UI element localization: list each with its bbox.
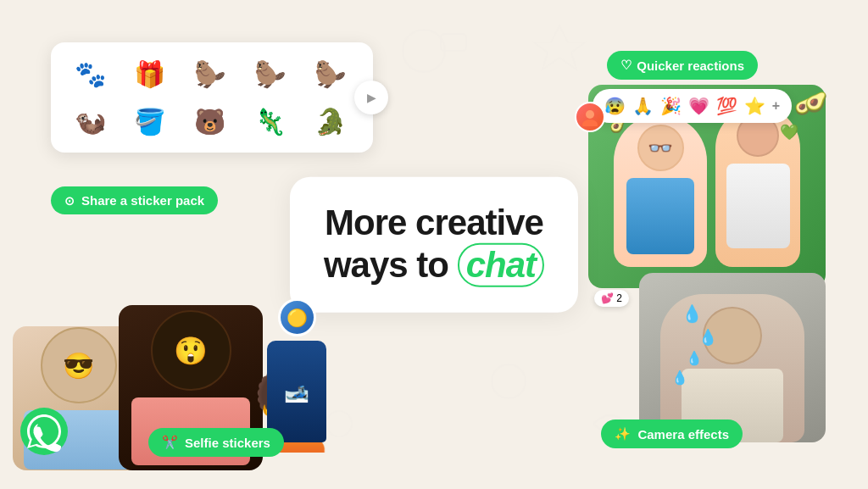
sticker-10: 🐊 (304, 100, 355, 142)
sticker-3: 🦫 (185, 53, 236, 95)
avatar-bubble (575, 102, 605, 132)
floating-avocado-2: 💚 (780, 123, 798, 142)
svg-point-2 (492, 364, 526, 398)
scene: 🐾 🎁 🦫 🦫 🦫 🦦 🪣 🐻 🦎 🐊 ▶ ⊙ Share a sticker … (0, 0, 868, 489)
whatsapp-logo (19, 406, 70, 457)
man-photo (639, 273, 826, 442)
share-sticker-text: Share a sticker pack (81, 193, 204, 208)
reaction-count-icon: 💕 (601, 292, 614, 304)
selfie-stickers-text: Selfie stickers (185, 436, 270, 450)
svg-rect-1 (441, 34, 466, 51)
share-icon: ⊙ (64, 194, 75, 208)
heading-line1: More creative (324, 202, 544, 242)
ski-figure: 🟡 🎿 (246, 273, 348, 442)
heading-line2: ways to chat (324, 243, 544, 287)
wand-icon: ✨ (615, 426, 631, 442)
share-sticker-label[interactable]: ⊙ Share a sticker pack (51, 186, 218, 214)
emoji-5[interactable]: 💯 (716, 96, 737, 116)
sticker-6: 🦦 (64, 100, 115, 142)
chat-highlight: chat (458, 243, 544, 287)
selfie-icon: ✂️ (162, 435, 178, 450)
tear-emoji-4: 💧 (671, 370, 688, 386)
sticker-4: 🦫 (244, 53, 295, 95)
reaction-count-badge: 💕 2 (594, 290, 629, 307)
emoji-3[interactable]: 🎉 (660, 96, 682, 116)
quicker-reactions-label[interactable]: ♡ Quicker reactions (607, 51, 758, 80)
sticker-1: 🐾 (64, 53, 115, 95)
camera-effects-label[interactable]: ✨ Camera effects (601, 420, 743, 448)
sticker-5: 🦫 (304, 53, 355, 95)
send-button[interactable]: ▶ (354, 81, 388, 114)
sticker-7: 🪣 (125, 100, 175, 142)
sticker-8: 🐻 (185, 100, 236, 142)
svg-point-5 (582, 119, 598, 126)
sticker-2: 🎁 (125, 53, 175, 95)
floating-avocado-1: 🥑 (804, 92, 827, 114)
tear-emoji-3: 💧 (686, 350, 703, 366)
emoji-2[interactable]: 🙏 (632, 96, 654, 116)
emoji-6[interactable]: ⭐ (744, 96, 765, 116)
sticker-grid-row2: 🦦 🪣 🐻 🦎 🐊 (64, 100, 359, 142)
svg-point-4 (586, 110, 594, 119)
emoji-4[interactable]: 💗 (688, 96, 709, 116)
emoji-reaction-bar[interactable]: 😰 🙏 🎉 💗 💯 ⭐ + (593, 89, 792, 123)
svg-point-0 (403, 30, 445, 72)
tear-emoji-2: 💧 (698, 328, 717, 347)
sticker-grid-row1: 🐾 🎁 🦫 🦫 🦫 (64, 53, 359, 95)
tear-emoji-1: 💧 (682, 303, 703, 324)
quicker-reactions-text: Quicker reactions (637, 58, 744, 73)
heart-icon: ♡ (620, 58, 632, 73)
reaction-count-number: 2 (616, 292, 622, 304)
sticker-9: 🦎 (244, 100, 295, 142)
camera-effects-text: Camera effects (637, 427, 729, 442)
sticker-panel: 🐾 🎁 🦫 🦫 🦫 🦦 🪣 🐻 🦎 🐊 ▶ (51, 42, 373, 153)
emoji-1[interactable]: 😰 (604, 96, 626, 116)
selfie-stickers-label[interactable]: ✂️ Selfie stickers (148, 428, 284, 457)
add-emoji-button[interactable]: + (772, 98, 780, 114)
main-heading: More creative ways to chat (324, 202, 544, 287)
